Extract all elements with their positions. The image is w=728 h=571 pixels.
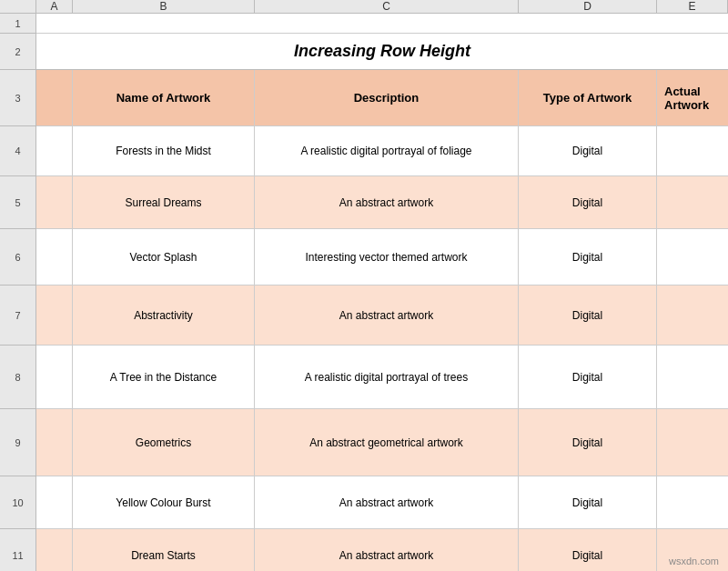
spreadsheet-title: Increasing Row Height <box>294 42 470 61</box>
row-cell-a <box>36 229 73 285</box>
row-number-9: 9 <box>0 409 35 476</box>
row-cell-type: Digital <box>519 346 657 408</box>
table-row: GeometricsAn abstract geometrical artwor… <box>36 409 728 476</box>
row-cell-a <box>36 476 73 528</box>
header-description: Description <box>255 70 519 125</box>
row-cell-a <box>36 286 73 345</box>
header-name: Name of Artwork <box>73 70 255 125</box>
row-number-3: 3 <box>0 70 35 126</box>
row-cell-type: Digital <box>519 126 657 175</box>
row-cell-name: Yellow Colour Burst <box>73 476 255 528</box>
table-row: Yellow Colour BurstAn abstract artworkDi… <box>36 476 728 529</box>
header-col-a <box>36 70 73 125</box>
row-cell-description: An abstract artwork <box>255 529 519 571</box>
row-number-6: 6 <box>0 229 35 286</box>
row-cell-description: Interesting vector themed artwork <box>255 229 519 285</box>
table-row: AbstractivityAn abstract artworkDigital <box>36 286 728 346</box>
row-number-1: 1 <box>0 14 35 34</box>
table-row: Forests in the MidstA realistic digital … <box>36 126 728 176</box>
row-cell-a <box>36 409 73 476</box>
table-row: Dream StartsAn abstract artworkDigital <box>36 529 728 571</box>
row-cell-name: Forests in the Midst <box>73 126 255 175</box>
table-header-row: Name of Artwork Description Type of Artw… <box>36 70 728 126</box>
row-cell-actual <box>657 286 728 345</box>
row-cell-description: An abstract artwork <box>255 176 519 228</box>
row-cell-description: An abstract artwork <box>255 476 519 528</box>
col-c-header: C <box>255 0 519 13</box>
row-number-8: 8 <box>0 346 35 409</box>
row-cell-name: Vector Splash <box>73 229 255 285</box>
header-actual: Actual Artwork <box>657 70 728 125</box>
col-d-header: D <box>519 0 657 13</box>
content-column: Increasing Row Height Name of Artwork De… <box>36 14 728 571</box>
row-number-5: 5 <box>0 176 35 229</box>
column-header-strip: A B C D E <box>0 0 728 14</box>
row-cell-actual <box>657 176 728 228</box>
row-number-4: 4 <box>0 126 35 176</box>
row-number-11: 11 <box>0 529 35 571</box>
row-cell-a <box>36 529 73 571</box>
row-cell-type: Digital <box>519 476 657 528</box>
row-cell-description: A realistic digital portrayal of trees <box>255 346 519 408</box>
row-number-2: 2 <box>0 34 35 70</box>
row-cell-type: Digital <box>519 229 657 285</box>
corner-cell <box>0 0 36 13</box>
row-number-7: 7 <box>0 286 35 346</box>
data-rows-container: Forests in the MidstA realistic digital … <box>36 126 728 571</box>
table-row: A Tree in the DistanceA realistic digita… <box>36 346 728 409</box>
table-row: Surreal DreamsAn abstract artworkDigital <box>36 176 728 229</box>
row-cell-description: A realistic digital portrayal of foliage <box>255 126 519 175</box>
table-row: Vector SplashInteresting vector themed a… <box>36 229 728 286</box>
row-cell-name: Geometrics <box>73 409 255 476</box>
col-a-header: A <box>36 0 73 13</box>
watermark: wsxdn.com <box>669 556 719 566</box>
row-cell-a <box>36 126 73 175</box>
row-1-empty <box>36 14 728 34</box>
row-cell-type: Digital <box>519 529 657 571</box>
row-cell-name: Abstractivity <box>73 286 255 345</box>
row-cell-description: An abstract geometrical artwork <box>255 409 519 476</box>
header-type: Type of Artwork <box>519 70 657 125</box>
title-section: Increasing Row Height <box>36 34 728 70</box>
row-cell-actual <box>657 346 728 408</box>
row-cell-name: Dream Starts <box>73 529 255 571</box>
row-cell-actual <box>657 409 728 476</box>
row-cell-name: Surreal Dreams <box>73 176 255 228</box>
col-b-header: B <box>73 0 255 13</box>
row-cell-name: A Tree in the Distance <box>73 346 255 408</box>
row-cell-actual <box>657 476 728 528</box>
row-cell-actual <box>657 229 728 285</box>
row-cell-type: Digital <box>519 176 657 228</box>
body-area: 123456789101112 Increasing Row Height Na… <box>0 14 728 571</box>
row-cell-a <box>36 176 73 228</box>
row-cell-type: Digital <box>519 409 657 476</box>
row-cell-actual <box>657 126 728 175</box>
spreadsheet: A B C D E 123456789101112 Increasing Row… <box>0 0 728 571</box>
row-numbers-column: 123456789101112 <box>0 14 36 571</box>
row-cell-a <box>36 346 73 408</box>
row-cell-description: An abstract artwork <box>255 286 519 345</box>
row-cell-type: Digital <box>519 286 657 345</box>
col-e-header: E <box>657 0 728 13</box>
row-number-10: 10 <box>0 476 35 529</box>
